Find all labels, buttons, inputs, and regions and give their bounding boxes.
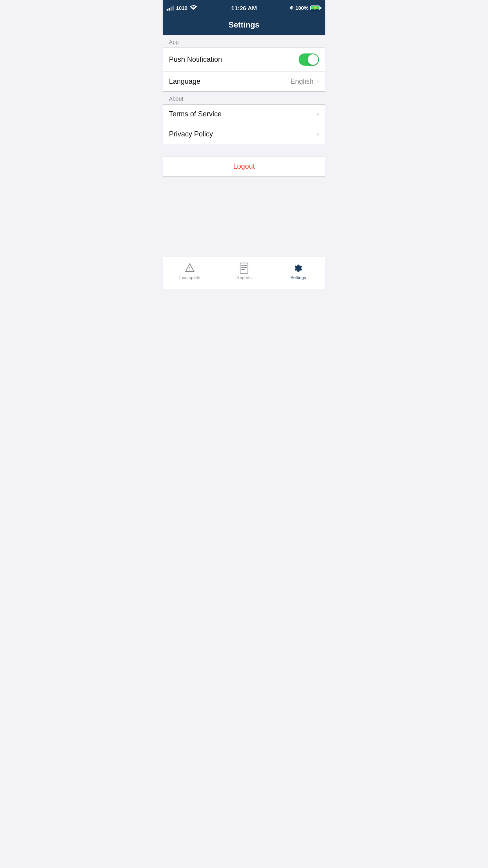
- svg-text:!: !: [189, 267, 191, 271]
- logout-section: Logout: [163, 156, 325, 177]
- language-value: English: [290, 77, 314, 86]
- status-bar: 1010 11:26 AM ⊕ 100% ⚡: [163, 0, 325, 16]
- toggle-knob: [308, 54, 318, 65]
- page-header: Settings: [163, 16, 325, 35]
- app-section-header: App: [163, 35, 325, 48]
- app-section-group: Push Notification Language English ›: [163, 48, 325, 92]
- battery-icon: ⚡: [310, 6, 320, 10]
- tab-reports[interactable]: Reports: [217, 257, 271, 289]
- battery-percent: 100%: [295, 5, 308, 11]
- tab-settings[interactable]: Settings: [271, 257, 325, 289]
- push-notification-label: Push Notification: [169, 55, 222, 64]
- settings-tab-label: Settings: [290, 275, 306, 280]
- about-section-group: Terms of Service › Privacy Policy ›: [163, 104, 325, 144]
- lock-icon: ⊕: [290, 5, 294, 11]
- reports-icon: [238, 263, 250, 274]
- settings-icon: [293, 263, 304, 274]
- incomplete-icon: !: [184, 263, 195, 274]
- wifi-icon: [190, 5, 197, 11]
- privacy-policy-row[interactable]: Privacy Policy ›: [163, 124, 325, 144]
- tab-incomplete[interactable]: ! Incomplete: [163, 257, 217, 289]
- status-right: ⊕ 100% ⚡: [290, 5, 320, 11]
- terms-chevron-icon: ›: [317, 110, 319, 118]
- status-time: 11:26 AM: [231, 5, 257, 11]
- empty-space: [163, 177, 325, 257]
- spacer-1: [163, 144, 325, 156]
- status-left: 1010: [167, 5, 197, 11]
- incomplete-tab-label: Incomplete: [179, 275, 200, 280]
- reports-tab-label: Reports: [237, 275, 252, 280]
- about-section-header: About: [163, 92, 325, 104]
- privacy-policy-label: Privacy Policy: [169, 130, 213, 138]
- logout-row[interactable]: Logout: [163, 156, 325, 176]
- terms-of-service-label: Terms of Service: [169, 110, 222, 118]
- page-title: Settings: [169, 20, 319, 29]
- settings-content: App Push Notification Language English ›…: [163, 35, 325, 257]
- terms-right: ›: [317, 110, 319, 118]
- push-notification-toggle[interactable]: [299, 53, 319, 66]
- terms-of-service-row[interactable]: Terms of Service ›: [163, 105, 325, 124]
- language-row[interactable]: Language English ›: [163, 72, 325, 91]
- language-label: Language: [169, 77, 200, 86]
- carrier-text: 1010: [176, 5, 187, 11]
- push-notification-row: Push Notification: [163, 48, 325, 72]
- logout-label: Logout: [233, 162, 255, 171]
- privacy-right: ›: [317, 130, 319, 138]
- language-right: English ›: [290, 77, 319, 86]
- privacy-chevron-icon: ›: [317, 130, 319, 138]
- signal-bars-icon: [167, 5, 174, 11]
- language-chevron-icon: ›: [317, 77, 319, 86]
- tab-bar: ! Incomplete Reports Settings: [163, 257, 325, 289]
